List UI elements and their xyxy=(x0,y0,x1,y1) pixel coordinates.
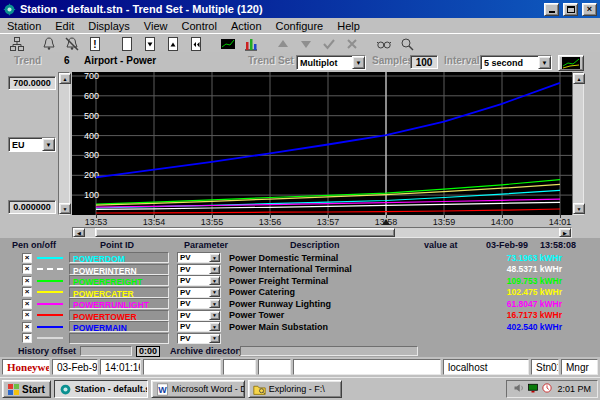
chevron-down-icon[interactable]: ▼ xyxy=(209,311,220,320)
menu-item-action[interactable]: Action xyxy=(224,20,269,32)
point-id-field[interactable]: POWERRUNLIGHT xyxy=(69,298,169,309)
alarm-summary-button[interactable] xyxy=(37,34,60,53)
page-back-button[interactable] xyxy=(184,34,207,53)
menu-item-help[interactable]: Help xyxy=(330,20,367,32)
plot-horizontal-scrollbar[interactable]: ◀ ▶ xyxy=(72,227,572,238)
trend-title: Airport - Power xyxy=(84,55,156,66)
title-bar: Station - default.stn - Trend Set - Mult… xyxy=(0,0,600,18)
find-button[interactable] xyxy=(372,34,395,53)
start-button[interactable]: Start xyxy=(2,380,51,398)
chevron-down-icon[interactable]: ▼ xyxy=(209,322,220,331)
range-min-field[interactable]: 0.000000 xyxy=(8,200,56,214)
trend-popup-button[interactable] xyxy=(558,55,584,71)
scroll-right-icon[interactable]: ▶ xyxy=(559,228,571,237)
menu-item-station[interactable]: Station xyxy=(0,20,48,32)
range-scrollbar[interactable]: ▲ ▼ xyxy=(58,72,70,215)
scroll-up-icon[interactable]: ▲ xyxy=(59,73,71,84)
pen-checkbox[interactable]: × xyxy=(22,333,32,343)
point-id-field[interactable]: POWERINTERN xyxy=(69,264,169,275)
point-description: Power Domestic Terminal xyxy=(229,253,431,263)
point-id-field[interactable]: POWERDOM xyxy=(69,252,169,263)
lower-button[interactable] xyxy=(294,34,317,53)
parameter-select[interactable]: PV▼ xyxy=(177,321,221,332)
parameter-select[interactable]: PV▼ xyxy=(177,310,221,321)
page-down-button[interactable] xyxy=(138,34,161,53)
chevron-down-icon[interactable]: ▼ xyxy=(352,56,365,69)
associated-display-button[interactable] xyxy=(5,34,28,53)
accept-button[interactable] xyxy=(317,34,340,53)
menu-item-configure[interactable]: Configure xyxy=(269,20,331,32)
scroll-left-icon[interactable]: ◀ xyxy=(73,228,85,237)
history-offset-field[interactable] xyxy=(80,346,132,356)
raise-button[interactable] xyxy=(271,34,294,53)
archive-directory-field[interactable] xyxy=(240,346,418,356)
scheduler-icon[interactable] xyxy=(541,382,553,396)
point-id-field[interactable]: POWERFREIGHT xyxy=(69,275,169,286)
scrollbar-thumb[interactable] xyxy=(95,228,395,237)
point-id-field[interactable] xyxy=(69,333,169,344)
taskbar-task-button[interactable]: WMicrosoft Word - Document1 xyxy=(151,380,245,398)
trend-set-select[interactable]: Multiplot ▼ xyxy=(296,55,366,70)
pen-sample-icon xyxy=(37,314,63,316)
cancel-button[interactable] xyxy=(340,34,363,53)
alarm-silence-button[interactable] xyxy=(60,34,83,53)
page-up-button[interactable] xyxy=(161,34,184,53)
maximize-button[interactable] xyxy=(563,3,578,16)
taskbar-task-button[interactable]: Station - default.stn -... xyxy=(54,380,148,398)
group-display-button[interactable] xyxy=(239,34,262,53)
cursor-position-marker[interactable] xyxy=(382,219,390,225)
trend-display-button[interactable] xyxy=(216,34,239,53)
scroll-up-icon[interactable]: ▲ xyxy=(573,73,585,84)
trend-plot[interactable]: 700600500400300200100 xyxy=(72,72,572,215)
unit-select[interactable]: EU ▼ xyxy=(8,137,56,152)
menu-item-edit[interactable]: Edit xyxy=(48,20,81,32)
point-id-field[interactable]: POWERMAIN xyxy=(69,321,169,332)
pen-checkbox[interactable]: × xyxy=(22,287,32,297)
message-summary-button[interactable]: ! xyxy=(83,34,106,53)
pen-sample-icon xyxy=(37,257,63,259)
pen-checkbox[interactable]: × xyxy=(22,253,32,263)
point-id-field[interactable]: POWERCATER xyxy=(69,287,169,298)
menu-item-control[interactable]: Control xyxy=(174,20,223,32)
close-button[interactable]: × xyxy=(582,3,597,16)
pen-checkbox[interactable]: × xyxy=(22,276,32,286)
chevron-down-icon[interactable]: ▼ xyxy=(209,299,220,308)
chevron-down-icon[interactable]: ▼ xyxy=(538,56,551,69)
archive-directory-label: Archive directory xyxy=(170,346,244,356)
chevron-down-icon[interactable]: ▼ xyxy=(42,138,55,151)
parameter-select[interactable]: PV▼ xyxy=(177,275,221,286)
plot-vertical-scrollbar[interactable]: ▲ ▼ xyxy=(572,72,584,215)
bar-chart-icon xyxy=(243,36,259,52)
page-button[interactable] xyxy=(115,34,138,53)
menu-item-view[interactable]: View xyxy=(137,20,175,32)
pen-checkbox[interactable]: × xyxy=(22,264,32,274)
parameter-select[interactable]: PV▼ xyxy=(177,298,221,309)
parameter-select[interactable]: PV▼ xyxy=(177,252,221,263)
parameter-select[interactable]: PV▼ xyxy=(177,287,221,298)
pen-checkbox[interactable]: × xyxy=(22,322,32,332)
zoom-button[interactable] xyxy=(395,34,418,53)
range-max-field[interactable]: 700.0000 xyxy=(8,76,56,90)
taskbar-task-button[interactable]: Exploring - F:\ xyxy=(248,380,342,398)
trend-icon xyxy=(220,36,236,52)
chevron-down-icon[interactable]: ▼ xyxy=(209,253,220,262)
task-buttons: Station - default.stn -...WMicrosoft Wor… xyxy=(54,380,342,398)
interval-select[interactable]: 5 second ▼ xyxy=(480,55,552,70)
chevron-down-icon[interactable]: ▼ xyxy=(209,265,220,274)
samples-field[interactable]: 100 xyxy=(410,55,438,69)
pen-checkbox[interactable]: × xyxy=(22,299,32,309)
volume-icon[interactable] xyxy=(513,382,525,396)
point-value: 402.540 kWHr xyxy=(431,322,600,332)
point-id-field[interactable]: POWERTOWER xyxy=(69,310,169,321)
menu-item-displays[interactable]: Displays xyxy=(81,20,137,32)
pen-checkbox[interactable]: × xyxy=(22,310,32,320)
scroll-down-icon[interactable]: ▼ xyxy=(59,203,71,214)
parameter-select[interactable]: PV▼ xyxy=(177,264,221,275)
chevron-down-icon[interactable]: ▼ xyxy=(209,288,220,297)
scroll-down-icon[interactable]: ▼ xyxy=(573,203,585,214)
parameter-select[interactable]: PV▼ xyxy=(177,333,221,344)
chevron-down-icon[interactable]: ▼ xyxy=(209,334,220,343)
display-icon[interactable] xyxy=(527,382,539,396)
minimize-button[interactable] xyxy=(544,3,559,16)
chevron-down-icon[interactable]: ▼ xyxy=(209,276,220,285)
